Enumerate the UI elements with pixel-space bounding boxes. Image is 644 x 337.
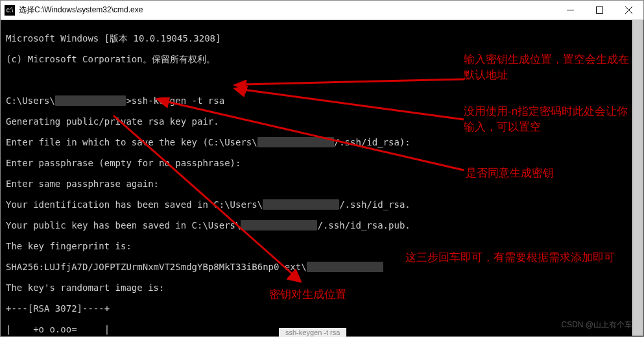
close-button[interactable] <box>614 1 643 19</box>
line: /.ssh/id_rsa): <box>334 137 411 147</box>
minimize-button[interactable] <box>556 1 585 19</box>
redacted-user <box>263 199 339 210</box>
redacted-user <box>55 95 126 106</box>
watermark: CSDN @山上有个车 <box>561 319 632 331</box>
line: Generating public/private rsa key pair. <box>6 116 219 127</box>
scroll-thumb[interactable] <box>633 20 642 336</box>
titlebar[interactable]: c:\ 选择C:\Windows\system32\cmd.exe <box>1 1 643 20</box>
line: The key fingerprint is: <box>6 241 132 251</box>
redacted-user <box>241 220 317 231</box>
annotation-text: 密钥对生成位置 <box>269 287 346 303</box>
line: SHA256:LUJfjA7D/JOFPTZUrmNxmVT2SmdgYBp8M… <box>6 262 307 272</box>
svg-rect-1 <box>597 7 603 14</box>
window-title: 选择C:\Windows\system32\cmd.exe <box>19 5 556 16</box>
annotation-text: 输入密钥生成位置，置空会生成在默认地址 <box>464 52 632 83</box>
line: /.ssh/id_rsa. <box>339 199 411 210</box>
redacted-user <box>307 262 383 272</box>
randomart: +---[RSA 3072]----+ <box>6 303 110 314</box>
line: /.ssh/id_rsa.pub. <box>317 220 410 231</box>
annotation-text: 这三步回车即可，有需要根据需求添加即可 <box>405 250 626 266</box>
line: Your identification has been saved in C:… <box>6 199 263 210</box>
line: Enter same passphrase again: <box>6 179 159 189</box>
annotation-text: 是否同意生成密钥 <box>466 166 554 181</box>
annotation-text: 没用使用-n指定密码时此处会让你输入，可以置空 <box>464 104 632 135</box>
window-controls <box>556 1 643 19</box>
line: >ssh-keygen -t rsa <box>126 95 224 106</box>
line: (c) Microsoft Corporation。保留所有权利。 <box>6 54 215 64</box>
line: Your public key has been saved in C:\Use… <box>6 220 241 231</box>
scrollbar[interactable] <box>632 20 643 336</box>
maximize-button[interactable] <box>585 1 614 19</box>
redacted-user <box>257 137 334 147</box>
cmd-icon: c:\ <box>5 5 15 16</box>
bottom-snippet: ssh-keygen -t rsa <box>279 328 346 337</box>
line: Enter passphrase (empty for no passphras… <box>6 158 241 168</box>
randomart: | +o o.oo= | <box>6 324 110 334</box>
line: Enter file in which to save the key (C:\… <box>6 137 257 147</box>
line: Microsoft Windows [版本 10.0.19045.3208] <box>6 33 221 44</box>
line: C:\Users\ <box>6 95 55 106</box>
line: The key's randomart image is: <box>6 282 164 293</box>
